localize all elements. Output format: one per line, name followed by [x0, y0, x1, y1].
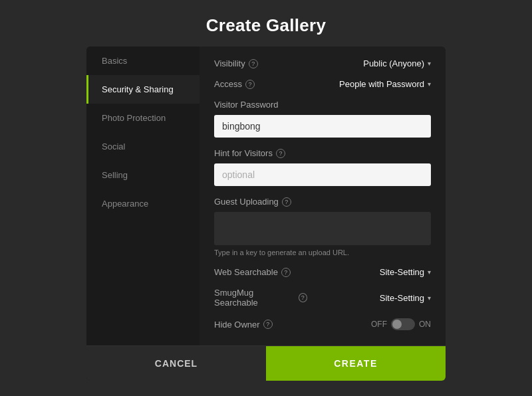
sidebar-item-selling[interactable]: Selling	[86, 161, 200, 189]
hint-visitors-group: Hint for Visitors ?	[214, 148, 431, 186]
smugmug-searchable-chevron-icon: ▾	[428, 294, 431, 302]
web-searchable-label: Web Searchable ?	[214, 267, 307, 277]
access-select[interactable]: People with Password ▾	[339, 79, 431, 89]
cancel-button[interactable]: CANCEL	[86, 346, 266, 381]
web-searchable-value: Site-Setting	[380, 267, 424, 277]
smugmug-searchable-select-wrapper: Site-Setting ▾	[380, 293, 431, 303]
access-help-icon[interactable]: ?	[245, 80, 255, 89]
visitor-password-group: Visitor Password	[214, 100, 431, 138]
smugmug-searchable-value: Site-Setting	[380, 293, 424, 303]
hide-owner-toggle-wrapper: OFF ON	[371, 318, 431, 330]
access-select-wrapper: People with Password ▾	[339, 79, 431, 89]
smugmug-searchable-select[interactable]: Site-Setting ▾	[380, 293, 431, 303]
web-searchable-select[interactable]: Site-Setting ▾	[380, 267, 431, 277]
sidebar-item-appearance[interactable]: Appearance	[86, 189, 200, 218]
smugmug-searchable-help-icon[interactable]: ?	[299, 293, 307, 302]
web-searchable-help-icon[interactable]: ?	[281, 268, 291, 277]
guest-uploading-group: Guest Uploading ? Type in a key to gener…	[214, 197, 431, 256]
visitor-password-label: Visitor Password	[214, 100, 431, 110]
modal-body: Basics Security & Sharing Photo Protecti…	[86, 47, 446, 346]
hide-owner-off-label: OFF	[371, 320, 387, 329]
content-area: Visibility ? Public (Anyone) ▾ Access	[200, 47, 446, 346]
sidebar-item-basics[interactable]: Basics	[86, 47, 200, 75]
modal-container: Basics Security & Sharing Photo Protecti…	[86, 47, 446, 381]
access-chevron-icon: ▾	[428, 80, 431, 88]
create-button[interactable]: CREATE	[266, 346, 446, 381]
hide-owner-on-label: ON	[419, 320, 431, 329]
hide-owner-label: Hide Owner ?	[214, 320, 307, 330]
hide-owner-toggle[interactable]	[391, 318, 415, 330]
create-button-label: CREATE	[334, 358, 378, 369]
access-value: People with Password	[339, 79, 424, 89]
sidebar: Basics Security & Sharing Photo Protecti…	[86, 47, 200, 346]
guest-uploading-hint: Type in a key to generate an upload URL.	[214, 248, 431, 256]
web-searchable-row: Web Searchable ? Site-Setting ▾	[214, 267, 431, 277]
visitor-password-input[interactable]	[214, 115, 431, 138]
access-label: Access ?	[214, 79, 307, 89]
visibility-value: Public (Anyone)	[363, 58, 424, 68]
hint-visitors-input[interactable]	[214, 163, 431, 186]
sidebar-item-social[interactable]: Social	[86, 132, 200, 161]
sidebar-item-photo[interactable]: Photo Protection	[86, 104, 200, 132]
guest-uploading-input[interactable]	[214, 212, 431, 245]
web-searchable-chevron-icon: ▾	[428, 268, 431, 276]
hide-owner-row: Hide Owner ? OFF ON	[214, 318, 431, 330]
visibility-select[interactable]: Public (Anyone) ▾	[363, 58, 431, 68]
guest-uploading-help-icon[interactable]: ?	[282, 197, 291, 207]
visibility-label: Visibility ?	[214, 58, 307, 68]
modal-footer: CANCEL CREATE	[86, 346, 446, 381]
visibility-help-icon[interactable]: ?	[249, 59, 258, 68]
hint-visitors-label: Hint for Visitors ?	[214, 148, 431, 158]
access-row: Access ? People with Password ▾	[214, 79, 431, 89]
visibility-chevron-icon: ▾	[428, 60, 431, 67]
smugmug-searchable-row: SmugMug Searchable ? Site-Setting ▾	[214, 288, 431, 308]
web-searchable-select-wrapper: Site-Setting ▾	[380, 267, 431, 277]
visibility-select-wrapper: Public (Anyone) ▾	[363, 58, 431, 68]
smugmug-searchable-label: SmugMug Searchable ?	[214, 288, 307, 308]
hide-owner-help-icon[interactable]: ?	[263, 320, 273, 329]
guest-uploading-label: Guest Uploading ?	[214, 197, 431, 207]
hint-help-icon[interactable]: ?	[276, 149, 285, 158]
sidebar-item-security[interactable]: Security & Sharing	[86, 75, 200, 104]
toggle-knob	[392, 320, 402, 329]
page-title: Create Gallery	[206, 15, 327, 36]
visibility-row: Visibility ? Public (Anyone) ▾	[214, 58, 431, 68]
